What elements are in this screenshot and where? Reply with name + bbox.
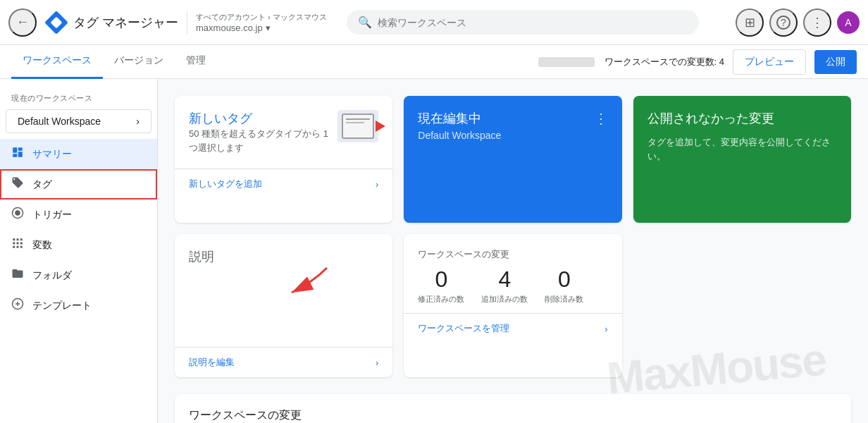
stat-deleted-value: 0 bbox=[558, 266, 571, 293]
variables-icon bbox=[11, 237, 24, 253]
sidebar-item-variables[interactable]: 変数 bbox=[0, 230, 157, 260]
preview-button[interactable]: プレビュー bbox=[733, 49, 806, 75]
sidebar-item-label: タグ bbox=[32, 178, 52, 191]
search-icon: 🔍 bbox=[358, 16, 372, 29]
stat-added-label: 追加済みの数 bbox=[481, 294, 528, 305]
sidebar-item-tags[interactable]: タグ bbox=[0, 169, 157, 200]
app-name: タグ マネージャー bbox=[73, 14, 178, 31]
stat-deleted: 0 削除済み数 bbox=[545, 266, 583, 305]
sidebar-section-label: 現在のワークスペース bbox=[0, 87, 157, 106]
description-link[interactable]: 説明を編集 › bbox=[175, 347, 392, 377]
stat-modified-value: 0 bbox=[435, 266, 447, 293]
new-tag-link[interactable]: 新しいタグを追加 › bbox=[175, 168, 392, 199]
breadcrumb: すべてのアカウント › マックスマウス maxmouse.co.jp ▾ bbox=[196, 12, 327, 33]
table-header-area: ワークスペースの変更 名前 ↑ タイプ 変更 最終編集日 bbox=[175, 394, 851, 423]
sidebar-item-label: 変数 bbox=[32, 239, 52, 252]
sidebar-item-label: トリガー bbox=[32, 209, 72, 221]
tab-version[interactable]: バージョン bbox=[103, 45, 175, 79]
unpublished-card: 公開されなかった変更 タグを追加して、変更内容を公開してください。 bbox=[633, 96, 851, 223]
help-button[interactable]: ? bbox=[769, 8, 798, 37]
grid-icon: ⊞ bbox=[745, 15, 755, 30]
editing-info: 現在編集中 Default Workspace bbox=[418, 110, 501, 141]
content-area: 新しいタグ 50 種類を超えるタグタイプから 1 つ選択します bbox=[158, 79, 868, 423]
header-actions: ⊞ ? ⋮ A bbox=[736, 8, 860, 37]
stat-added: 4 追加済みの数 bbox=[481, 266, 528, 305]
new-tag-card-top: 新しいタグ 50 種類を超えるタグタイプから 1 つ選択します bbox=[189, 110, 378, 154]
header-divider bbox=[187, 11, 187, 34]
templates-icon bbox=[11, 298, 24, 314]
editing-card-body: 現在編集中 Default Workspace ⋮ bbox=[404, 96, 621, 223]
editing-card-header: 現在編集中 Default Workspace ⋮ bbox=[418, 110, 607, 141]
table-title: ワークスペースの変更 bbox=[189, 408, 837, 423]
tab-workspace[interactable]: ワークスペース bbox=[11, 45, 103, 79]
sidebar-item-templates[interactable]: テンプレート bbox=[0, 290, 157, 321]
unpublished-title: 公開されなかった変更 bbox=[647, 110, 837, 127]
help-icon: ? bbox=[776, 16, 790, 30]
folders-icon bbox=[11, 267, 24, 283]
sidebar: 現在のワークスペース Default Workspace › サマリー タグ bbox=[0, 79, 158, 423]
sidebar-item-label: テンプレート bbox=[32, 300, 92, 312]
more-icon: ⋮ bbox=[811, 15, 824, 30]
main-layout: 現在のワークスペース Default Workspace › サマリー タグ bbox=[0, 79, 868, 423]
chevron-right-icon: › bbox=[136, 116, 140, 127]
publish-button[interactable]: 公開 bbox=[814, 50, 857, 74]
editing-subtitle: Default Workspace bbox=[418, 130, 501, 141]
search-bar: 🔍 bbox=[347, 10, 699, 35]
svg-point-3 bbox=[15, 210, 20, 216]
gtm-logo-icon bbox=[45, 11, 68, 34]
breadcrumb-domain[interactable]: maxmouse.co.jp ▾ bbox=[196, 23, 327, 33]
search-input[interactable] bbox=[378, 17, 688, 28]
stat-modified: 0 修正済みの数 bbox=[418, 266, 464, 305]
breadcrumb-top: すべてのアカウント › マックスマウス bbox=[196, 12, 327, 23]
app-logo: タグ マネージャー bbox=[45, 11, 178, 34]
workspace-changes-label: ワークスペースでの変更数: 4 bbox=[538, 56, 724, 68]
editing-title: 現在編集中 bbox=[418, 110, 501, 127]
sidebar-item-label: サマリー bbox=[32, 148, 72, 161]
summary-icon bbox=[11, 146, 24, 162]
description-card: 説明 説明を編集 › bbox=[175, 234, 392, 377]
workspace-selector[interactable]: Default Workspace › bbox=[6, 109, 151, 133]
header: ← タグ マネージャー すべてのアカウント › マックスマウス maxmouse… bbox=[0, 0, 868, 45]
grid-button[interactable]: ⊞ bbox=[736, 8, 764, 37]
stats-label: ワークスペースの変更 bbox=[418, 248, 607, 261]
stats-card: ワークスペースの変更 0 修正済みの数 4 追加済みの数 0 削除済み数 bbox=[404, 234, 621, 377]
chevron-right-icon: › bbox=[604, 324, 607, 334]
editing-card: 現在編集中 Default Workspace ⋮ bbox=[404, 96, 621, 223]
tags-icon bbox=[11, 176, 24, 192]
new-tag-card-body: 新しいタグ 50 種類を超えるタグタイプから 1 つ選択します bbox=[175, 96, 392, 168]
unpublished-desc: タグを追加して、変更内容を公開してください。 bbox=[647, 135, 837, 163]
description-title: 説明 bbox=[189, 248, 378, 265]
sidebar-item-summary[interactable]: サマリー bbox=[0, 139, 157, 169]
stat-modified-label: 修正済みの数 bbox=[418, 294, 464, 305]
back-button[interactable]: ← bbox=[8, 8, 37, 37]
sidebar-item-triggers[interactable]: トリガー bbox=[0, 200, 157, 230]
tab-admin[interactable]: 管理 bbox=[175, 45, 217, 79]
description-card-body: 説明 bbox=[175, 234, 392, 347]
chevron-right-icon: › bbox=[376, 357, 378, 368]
unpublished-card-body: 公開されなかった変更 タグを追加して、変更内容を公開してください。 bbox=[633, 96, 851, 177]
sidebar-item-folders[interactable]: フォルダ bbox=[0, 260, 157, 290]
avatar[interactable]: A bbox=[837, 11, 860, 34]
more-button[interactable]: ⋮ bbox=[803, 8, 831, 37]
chevron-right-icon: › bbox=[376, 179, 378, 190]
nav-tabs: ワークスペース バージョン 管理 ワークスペースでの変更数: 4 プレビュー 公… bbox=[0, 45, 868, 79]
new-tag-card: 新しいタグ 50 種類を超えるタグタイプから 1 つ選択します bbox=[175, 96, 392, 223]
workspace-name: Default Workspace bbox=[18, 116, 101, 127]
stats-link[interactable]: ワークスペースを管理 › bbox=[404, 313, 621, 343]
stat-added-value: 4 bbox=[498, 266, 511, 293]
triggers-icon bbox=[11, 207, 24, 223]
new-tag-desc: 50 種類を超えるタグタイプから 1 つ選択します bbox=[189, 127, 329, 154]
editing-menu-icon[interactable]: ⋮ bbox=[594, 110, 608, 127]
sidebar-item-label: フォルダ bbox=[32, 269, 72, 282]
nav-right: ワークスペースでの変更数: 4 プレビュー 公開 bbox=[538, 49, 868, 75]
stat-deleted-label: 削除済み数 bbox=[545, 294, 583, 305]
stats-numbers: 0 修正済みの数 4 追加済みの数 0 削除済み数 bbox=[418, 266, 607, 305]
cards-grid: 新しいタグ 50 種類を超えるタグタイプから 1 つ選択します bbox=[175, 96, 851, 377]
stats-card-header: ワークスペースの変更 0 修正済みの数 4 追加済みの数 0 削除済み数 bbox=[404, 234, 621, 313]
new-tag-title: 新しいタグ bbox=[189, 110, 329, 127]
workspace-changes-table: ワークスペースの変更 名前 ↑ タイプ 変更 最終編集日 bbox=[175, 394, 851, 423]
